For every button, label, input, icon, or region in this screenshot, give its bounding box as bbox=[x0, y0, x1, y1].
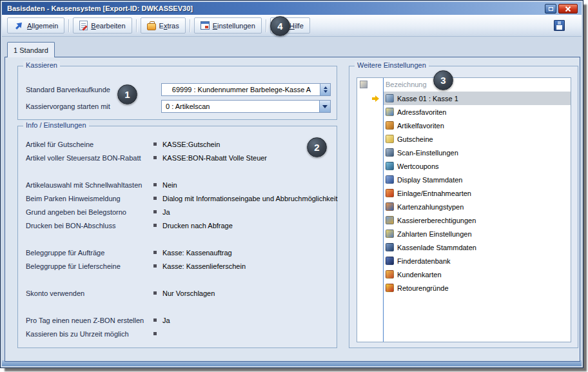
info-label: Drucken bei BON-Abschluss bbox=[26, 222, 153, 230]
list-item-kassiererberechtigungen[interactable]: Kassiererberechtigungen bbox=[357, 213, 571, 227]
close-button[interactable] bbox=[558, 4, 578, 14]
toolbar-separator bbox=[136, 19, 137, 32]
list-item-scan-einstellungen[interactable]: Scan-Einstellungen bbox=[357, 146, 571, 159]
list-item-kassenlade-stammdaten[interactable]: Kassenlade Stammdaten bbox=[357, 240, 571, 254]
window-controls bbox=[545, 4, 578, 14]
minimize-icon bbox=[549, 7, 553, 11]
info-row: Beleggruppe für Lieferscheine Kasse: Kas… bbox=[26, 259, 330, 273]
dropdown-value: 0 : Artikelscan bbox=[162, 103, 330, 110]
list-item-finderdatenbank[interactable]: Finderdatenbank bbox=[357, 254, 571, 268]
list-item-zahlarten-einstellungen[interactable]: Zahlarten Einstellungen bbox=[357, 227, 571, 240]
list-item-display-stammdaten[interactable]: Display Stammdaten bbox=[357, 173, 571, 186]
customer-cards-icon bbox=[386, 270, 394, 279]
list-item-wertcoupons[interactable]: Wertcoupons bbox=[357, 159, 571, 173]
info-value: KASSE:BON-Rabatt Volle Steuer bbox=[162, 154, 330, 162]
row-indicator bbox=[357, 227, 384, 240]
row-indicator bbox=[357, 173, 384, 186]
callout-3: 3 bbox=[433, 70, 453, 90]
list-item-gutscheine[interactable]: Gutscheine bbox=[357, 132, 571, 146]
field-label: Standard Barverkaufkunde bbox=[26, 86, 161, 93]
save-button[interactable] bbox=[551, 17, 567, 34]
info-row: Artikel für Gutscheine KASSE:Gutschein bbox=[26, 137, 330, 151]
bullet-icon bbox=[153, 251, 162, 254]
list-item-kundenkarten[interactable]: Kundenkarten bbox=[357, 268, 571, 281]
row-indicator bbox=[357, 281, 384, 295]
column-icon bbox=[360, 81, 368, 88]
cashier-permissions-icon bbox=[386, 216, 394, 224]
info-label: Skonto verwenden bbox=[26, 289, 153, 297]
payment-types-icon bbox=[386, 230, 394, 238]
address-favorites-icon bbox=[386, 108, 394, 116]
spinner-buttons[interactable] bbox=[320, 84, 330, 95]
info-label: Artikel für Gutscheine bbox=[26, 141, 153, 148]
bullet-icon bbox=[153, 142, 162, 146]
field-row: Kassiervorgang starten mit 0 : Artikelsc… bbox=[26, 100, 330, 113]
toolbar-separator bbox=[68, 19, 69, 32]
info-row: Skonto verwenden Nur Vorschlagen bbox=[26, 286, 330, 300]
returns-icon bbox=[386, 284, 394, 292]
row-indicator bbox=[357, 159, 384, 173]
edit-icon bbox=[79, 21, 88, 30]
info-row: Pro Tag einen neuen Z-BON erstellen Ja bbox=[26, 313, 330, 327]
info-value: Kasse: Kassenlieferschein bbox=[162, 262, 330, 270]
toolbar-button-label: Bearbeiten bbox=[91, 22, 125, 30]
row-indicator bbox=[357, 268, 384, 281]
group-title: Kassieren bbox=[23, 61, 60, 69]
list-item-kartenzahlungstypen[interactable]: Kartenzahlungstypen bbox=[357, 200, 571, 213]
spin-down-icon bbox=[324, 90, 328, 93]
list-rows: Kasse 01 : Kasse 1 Adressfavoriten bbox=[357, 92, 571, 295]
card-payment-icon bbox=[386, 202, 394, 211]
group-title: Info / Einstellungen bbox=[23, 121, 89, 129]
info-label: Beleggruppe für Aufträge bbox=[26, 249, 153, 257]
info-row: Artikel voller Steuersatz BON-Rabatt KAS… bbox=[26, 151, 330, 164]
toolbar-button-allgemein[interactable]: Allgemein bbox=[7, 17, 64, 34]
callout-1: 1 bbox=[117, 84, 137, 104]
row-indicator bbox=[357, 240, 384, 254]
standard-customer-spinner[interactable]: 69999 : Kundennummer Barbelege-Kasse A bbox=[161, 83, 331, 96]
toolbar-separator bbox=[190, 19, 190, 32]
info-row: Drucken bei BON-Abschluss Drucken nach A… bbox=[26, 219, 330, 232]
spinner-value: 69999 : Kundennummer Barbelege-Kasse A bbox=[162, 86, 330, 93]
bullet-icon bbox=[153, 224, 162, 227]
info-label: Kassieren bis zu Uhrzeit möglich bbox=[26, 330, 153, 338]
info-label: Beleggruppe für Lieferscheine bbox=[26, 262, 153, 270]
toolbar-button-label: Hilfe bbox=[289, 22, 304, 30]
list-item-artikelfavoriten[interactable]: Artikelfavoriten bbox=[357, 119, 571, 132]
row-indicator bbox=[357, 213, 384, 227]
row-indicator bbox=[357, 119, 384, 132]
row-indicator bbox=[357, 146, 384, 159]
callout-4: 4 bbox=[270, 16, 290, 36]
info-rows: Artikel für Gutscheine KASSE:Gutschein A… bbox=[26, 137, 330, 340]
tab-standard[interactable]: 1 Standard bbox=[7, 42, 55, 57]
screenshot-stage: Basisdaten - Kassensystem [Export-ID: DW… bbox=[0, 0, 588, 372]
scan-settings-icon bbox=[386, 148, 394, 157]
list-item-einlage-entnahmearten[interactable]: Einlage/Entnahmearten bbox=[357, 186, 571, 200]
info-value: Dialog mit Informationseingabe und Abbru… bbox=[162, 195, 338, 202]
minimize-button[interactable] bbox=[545, 4, 556, 14]
toolbar: Allgemein Bearbeiten Extras Einstellunge… bbox=[2, 15, 582, 37]
list-item-kasse-01[interactable]: Kasse 01 : Kasse 1 bbox=[357, 92, 571, 105]
settings-icon bbox=[201, 21, 210, 30]
list-item-adressfavoriten[interactable]: Adressfavoriten bbox=[357, 105, 571, 119]
toolbar-button-einstellungen[interactable]: Einstellungen bbox=[194, 17, 262, 34]
callout-2: 2 bbox=[307, 137, 327, 157]
list-header[interactable]: Bezeichnung bbox=[357, 78, 571, 92]
row-indicator bbox=[357, 200, 384, 213]
info-value: Drucken nach Abfrage bbox=[162, 222, 330, 230]
row-indicator bbox=[357, 254, 384, 268]
toolbar-button-label: Allgemein bbox=[27, 22, 58, 30]
info-value: Nur Vorschlagen bbox=[162, 289, 330, 297]
bullet-icon bbox=[153, 156, 162, 159]
article-favorites-icon bbox=[386, 121, 394, 130]
field-row: Standard Barverkaufkunde 69999 : Kundenn… bbox=[26, 83, 330, 96]
coupon-icon bbox=[386, 162, 394, 170]
dropdown-button[interactable] bbox=[319, 101, 330, 112]
column-separator bbox=[383, 78, 384, 342]
arrow-up-right-icon bbox=[14, 21, 24, 31]
toolbar-button-extras[interactable]: Extras bbox=[141, 17, 186, 34]
toolbar-button-label: Einstellungen bbox=[213, 22, 255, 30]
list-item-retourengruende[interactable]: Retourengründe bbox=[357, 281, 571, 295]
toolbar-button-bearbeiten[interactable]: Bearbeiten bbox=[73, 17, 132, 34]
info-value: Kasse: Kassenauftrag bbox=[162, 249, 330, 257]
start-mode-dropdown[interactable]: 0 : Artikelscan bbox=[161, 100, 331, 113]
